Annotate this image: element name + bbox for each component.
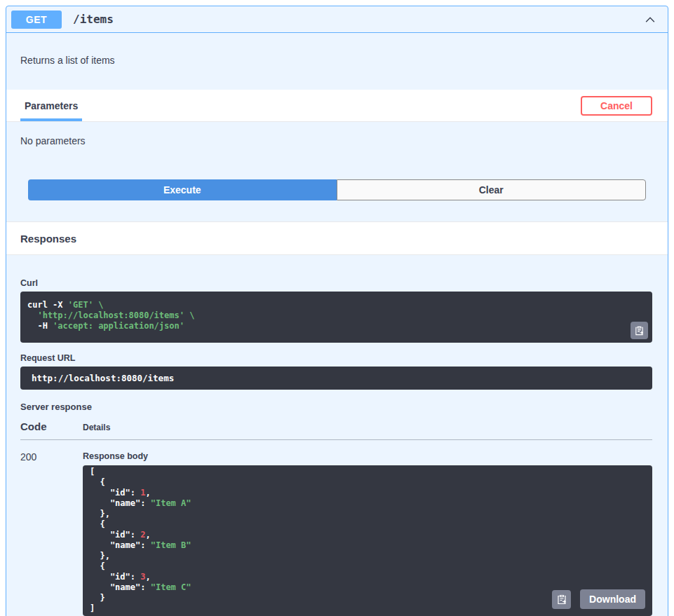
- copy-curl-button[interactable]: [631, 322, 648, 339]
- chevron-up-icon: [644, 13, 656, 26]
- responses-title: Responses: [20, 233, 76, 245]
- request-url-block: http://localhost:8080/items: [20, 367, 652, 390]
- responses-section-header: Responses: [6, 221, 668, 255]
- code-column-header: Code: [20, 420, 83, 432]
- no-parameters-text: No parameters: [20, 135, 654, 146]
- clipboard-icon: [556, 594, 567, 605]
- download-button[interactable]: Download: [580, 589, 645, 609]
- curl-label: Curl: [20, 278, 652, 288]
- server-response-table: Code Details 200 Response body [ { "id":…: [20, 420, 652, 616]
- endpoint-description: Returns a list of items: [6, 33, 668, 90]
- endpoint-header[interactable]: GET /items: [6, 6, 668, 33]
- response-body-controls: Download: [552, 589, 645, 609]
- response-table-header: Code Details: [20, 420, 652, 440]
- tab-header: Parameters Cancel: [6, 90, 668, 122]
- tab-parameters-label: Parameters: [25, 100, 78, 111]
- curl-command-block: curl -X 'GET' \ 'http://localhost:8080/i…: [20, 292, 652, 343]
- responses-section: Curl curl -X 'GET' \ 'http://localhost:8…: [6, 255, 668, 616]
- execute-button[interactable]: Execute: [28, 179, 337, 200]
- clipboard-icon: [634, 325, 645, 336]
- cancel-button[interactable]: Cancel: [581, 96, 652, 116]
- opblock-get-items: GET /items Returns a list of items Param…: [6, 6, 668, 616]
- response-details: Response body [ { "id": 1, "name": "Item…: [83, 451, 652, 616]
- collapse-button[interactable]: [642, 11, 659, 28]
- execute-button-group: Execute Clear: [28, 179, 646, 200]
- request-url-label: Request URL: [20, 353, 652, 363]
- request-url-text: http://localhost:8080/items: [32, 373, 174, 383]
- server-response-label: Server response: [20, 402, 652, 412]
- tab-parameters[interactable]: Parameters: [20, 90, 82, 121]
- parameters-section: No parameters Execute Clear: [6, 122, 668, 221]
- endpoint-path: /items: [73, 13, 114, 26]
- clear-button[interactable]: Clear: [337, 179, 647, 200]
- copy-response-button[interactable]: [552, 590, 571, 609]
- response-row-200: 200 Response body [ { "id": 1, "name": "…: [20, 440, 652, 616]
- details-column-header: Details: [83, 420, 652, 432]
- http-method-badge: GET: [11, 11, 62, 29]
- status-code: 200: [20, 451, 83, 616]
- response-body-block: [ { "id": 1, "name": "Item A" }, { "id":…: [83, 465, 652, 616]
- response-body-label: Response body: [83, 451, 652, 461]
- curl-command-text: curl -X 'GET' \ 'http://localhost:8080/i…: [27, 300, 645, 331]
